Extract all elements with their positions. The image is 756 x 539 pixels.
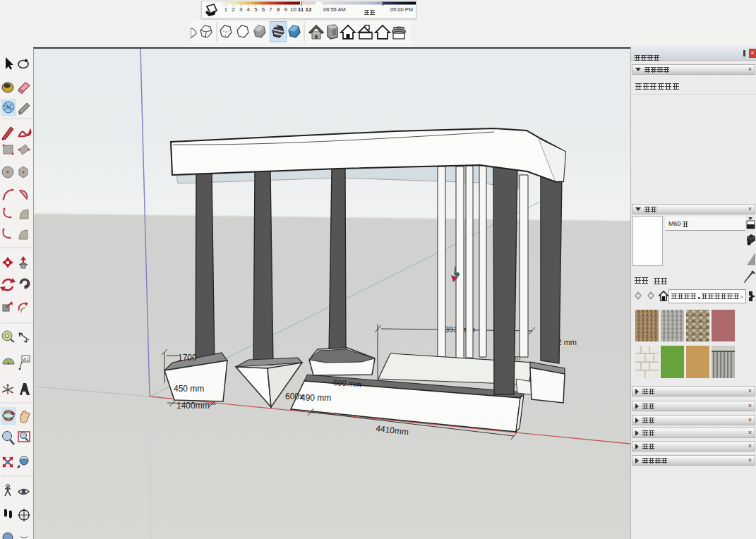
svg-text:490 mm: 490 mm <box>301 393 331 403</box>
svg-text:1: 1 <box>224 6 228 13</box>
svg-text:2: 2 <box>232 6 235 13</box>
svg-text:7: 7 <box>269 6 272 13</box>
svg-text:06:55 AM: 06:55 AM <box>323 6 346 13</box>
svg-text:8: 8 <box>277 6 280 13</box>
svg-text:11: 11 <box>298 6 304 13</box>
svg-text:450 mm: 450 mm <box>174 384 204 394</box>
svg-text:4410mm: 4410mm <box>376 423 409 437</box>
svg-text:9: 9 <box>284 6 288 13</box>
svg-text:1700: 1700 <box>178 353 197 363</box>
svg-text:10: 10 <box>290 6 296 13</box>
svg-text:4: 4 <box>247 6 251 13</box>
svg-text:05:00 PM: 05:00 PM <box>390 6 413 13</box>
svg-text:3: 3 <box>239 6 243 13</box>
svg-text:12: 12 <box>306 6 312 13</box>
svg-text:5: 5 <box>254 6 258 13</box>
svg-text:6: 6 <box>262 6 265 13</box>
svg-text:1400mm: 1400mm <box>176 401 210 411</box>
svg-text:A1: A1 <box>23 357 30 362</box>
